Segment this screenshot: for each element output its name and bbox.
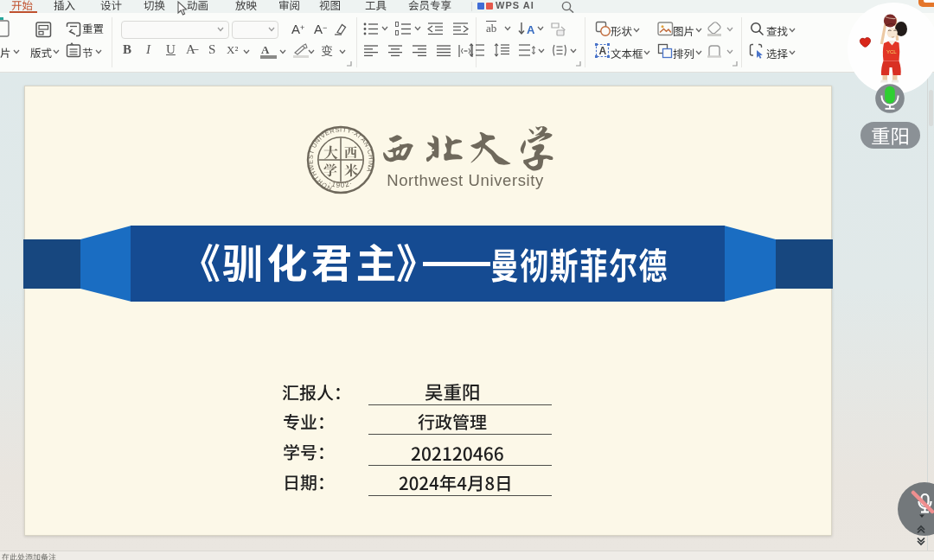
svg-text:A: A <box>599 45 607 57</box>
svg-text:A: A <box>527 23 535 36</box>
svg-text:YCL: YCL <box>886 49 897 54</box>
